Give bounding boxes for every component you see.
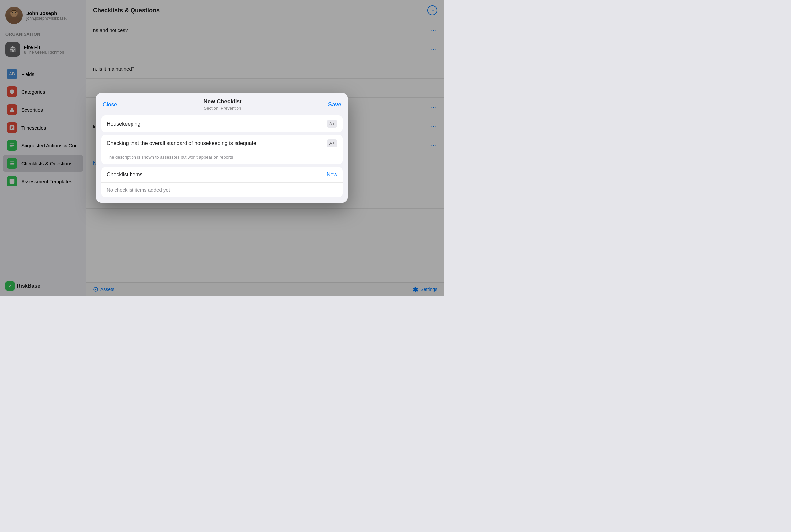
modal-name-card: Housekeeping A+ bbox=[101, 115, 343, 132]
modal-name-field: Housekeeping A+ bbox=[101, 115, 343, 132]
modal-close-button[interactable]: Close bbox=[103, 101, 117, 108]
new-checklist-modal: Close New Checklist Section: Prevention … bbox=[96, 93, 348, 203]
modal-description-field: Checking that the overall standard of ho… bbox=[101, 135, 343, 152]
checklist-items-new-button[interactable]: New bbox=[327, 172, 337, 177]
modal-body: Housekeeping A+ Checking that the overal… bbox=[96, 115, 348, 203]
modal-description-value: Checking that the overall standard of ho… bbox=[107, 140, 327, 147]
modal-name-format-button[interactable]: A+ bbox=[327, 120, 337, 128]
modal-name-value: Housekeeping bbox=[107, 121, 327, 127]
modal-description-card: Checking that the overall standard of ho… bbox=[101, 135, 343, 164]
modal-description-format-button[interactable]: A+ bbox=[327, 139, 337, 147]
checklist-empty-message: No checklist items added yet bbox=[101, 182, 343, 197]
modal-overlay: Close New Checklist Section: Prevention … bbox=[0, 0, 444, 296]
modal-checklist-items-card: Checklist Items New No checklist items a… bbox=[101, 167, 343, 197]
checklist-items-label: Checklist Items bbox=[107, 172, 142, 177]
modal-header: Close New Checklist Section: Prevention … bbox=[96, 93, 348, 115]
modal-save-button[interactable]: Save bbox=[328, 101, 341, 108]
modal-title: New Checklist bbox=[204, 98, 242, 105]
checklist-items-header: Checklist Items New bbox=[101, 167, 343, 182]
modal-subtitle: Section: Prevention bbox=[204, 106, 242, 111]
modal-title-group: New Checklist Section: Prevention bbox=[204, 98, 242, 111]
modal-description-hint: The description is shown to assessors bu… bbox=[101, 152, 343, 164]
